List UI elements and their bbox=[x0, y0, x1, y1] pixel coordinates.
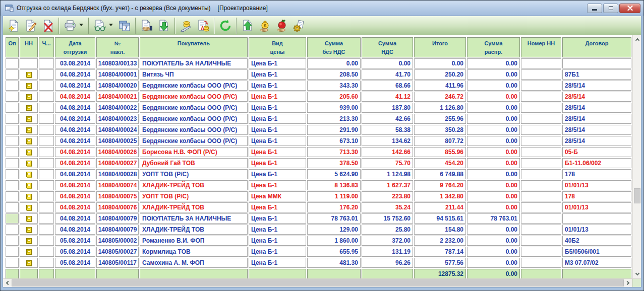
cell-nn[interactable] bbox=[20, 103, 38, 113]
close-button[interactable] bbox=[619, 4, 640, 13]
cell-distr[interactable]: 0.00 bbox=[467, 103, 520, 113]
cell-num[interactable]: 140804/00021 bbox=[96, 92, 139, 102]
cell-buyer[interactable]: Дубовий Гай ТОВ bbox=[140, 158, 248, 168]
cell-nn_num[interactable] bbox=[521, 247, 561, 257]
cell-contract[interactable]: 28/5/14 bbox=[562, 114, 631, 124]
cell-date[interactable]: 04.08.2014 bbox=[55, 114, 95, 124]
cell-nn[interactable] bbox=[20, 92, 38, 102]
column-header-num[interactable]: №накл. bbox=[96, 37, 139, 57]
refresh-button[interactable] bbox=[217, 18, 234, 34]
cell-nn[interactable] bbox=[20, 58, 38, 68]
cell-distr[interactable]: 0.00 bbox=[467, 58, 520, 68]
cell-no_vat[interactable]: 176.20 bbox=[307, 202, 361, 212]
cell-date[interactable]: 05.08.2014 bbox=[55, 247, 95, 257]
cell-nn[interactable] bbox=[20, 81, 38, 91]
scroll-right-button[interactable] bbox=[624, 279, 632, 287]
sort-sums-button[interactable]: A bbox=[195, 18, 212, 34]
cell-op[interactable] bbox=[6, 225, 19, 235]
cell-contract[interactable]: 40Б2 bbox=[562, 236, 631, 246]
cell-num[interactable]: 140804/00001 bbox=[96, 69, 139, 80]
cell-total[interactable]: 9 764.20 bbox=[414, 180, 466, 190]
cell-op[interactable] bbox=[6, 136, 19, 146]
cell-no_vat[interactable]: 378.50 bbox=[307, 158, 361, 168]
cell-nn_num[interactable] bbox=[521, 114, 561, 124]
payment-edit-button[interactable] bbox=[178, 18, 195, 34]
cell-op[interactable] bbox=[6, 92, 19, 102]
cell-nn_num[interactable] bbox=[521, 125, 561, 135]
cell-date[interactable]: 04.08.2014 bbox=[55, 158, 95, 168]
cell-distr[interactable]: 0.00 bbox=[467, 191, 520, 201]
cell-nn[interactable] bbox=[20, 180, 38, 190]
money-bag-button[interactable]: $ bbox=[256, 18, 273, 34]
new-document-button[interactable] bbox=[5, 18, 22, 34]
cell-nn_num[interactable] bbox=[521, 158, 561, 168]
cell-ch[interactable] bbox=[39, 169, 54, 179]
cell-total[interactable]: 787.14 bbox=[414, 247, 466, 257]
table-row[interactable]: 04.08.2014140804/00027Дубовий Гай ТОВЦен… bbox=[6, 158, 631, 168]
cell-no_vat[interactable]: 291.90 bbox=[307, 125, 361, 135]
cell-num[interactable]: 140804/00027 bbox=[96, 158, 139, 168]
cell-price[interactable]: Цена Б-1 bbox=[249, 58, 306, 68]
cell-distr[interactable]: 0.00 bbox=[467, 225, 520, 235]
cell-nn[interactable] bbox=[20, 191, 38, 201]
cell-price[interactable]: Цена Б-1 bbox=[249, 213, 306, 224]
cell-contract[interactable]: 01/01/13 bbox=[562, 180, 631, 190]
scroll-left-button[interactable] bbox=[3, 279, 12, 287]
calendar-7-button[interactable]: 7 bbox=[116, 18, 133, 34]
minimize-button[interactable] bbox=[587, 4, 602, 13]
cell-total[interactable]: 855.96 bbox=[414, 147, 466, 157]
cell-num[interactable]: 140804/00075 bbox=[96, 191, 139, 201]
cell-num[interactable]: 140804/00026 bbox=[96, 147, 139, 157]
cell-distr[interactable]: 0.00 bbox=[467, 169, 520, 179]
cell-contract[interactable]: Б1-11.06/002 bbox=[562, 158, 631, 168]
cell-total[interactable]: 1 342.80 bbox=[414, 191, 466, 201]
cell-date[interactable]: 04.08.2014 bbox=[55, 213, 95, 224]
cell-nn_num[interactable] bbox=[521, 103, 561, 113]
cell-vat[interactable]: 75.70 bbox=[362, 158, 413, 168]
cell-no_vat[interactable]: 343.30 bbox=[307, 81, 361, 91]
cell-nn_num[interactable] bbox=[521, 202, 561, 212]
cell-contract[interactable]: Б5/0506/001 bbox=[562, 247, 631, 257]
cell-op[interactable] bbox=[6, 258, 19, 268]
cell-total[interactable]: 350.28 bbox=[414, 125, 466, 135]
cell-ch[interactable] bbox=[39, 103, 54, 113]
cell-contract[interactable]: 87Б1 bbox=[562, 69, 631, 80]
cell-buyer[interactable]: Борисова Н.В. ФОП (Р/С) bbox=[140, 147, 248, 157]
cell-contract[interactable]: 28/5/14 bbox=[562, 81, 631, 91]
table-row[interactable]: 04.08.2014140804/00021Бердянские колбасы… bbox=[6, 92, 631, 102]
cell-num[interactable]: 140804/00028 bbox=[96, 169, 139, 179]
cell-no_vat[interactable]: 213.30 bbox=[307, 114, 361, 124]
cell-op[interactable] bbox=[6, 180, 19, 190]
cell-op[interactable] bbox=[6, 169, 19, 179]
cell-buyer[interactable]: Бердянские колбасы ООО (Р/С) bbox=[140, 114, 248, 124]
cell-vat[interactable]: 1 627.37 bbox=[362, 180, 413, 190]
column-header-price[interactable]: Видцены bbox=[249, 37, 306, 57]
cell-ch[interactable] bbox=[39, 202, 54, 212]
vertical-scrollbar[interactable] bbox=[632, 35, 641, 278]
cell-price[interactable]: Цена ММК bbox=[249, 191, 306, 201]
delete-document-button[interactable] bbox=[39, 18, 56, 34]
cell-no_vat[interactable]: 5 624.90 bbox=[307, 169, 361, 179]
cell-nn_num[interactable] bbox=[521, 69, 561, 80]
column-header-total[interactable]: Итого bbox=[414, 37, 466, 57]
cell-distr[interactable]: 0.00 bbox=[467, 69, 520, 80]
cell-price[interactable]: Цена Б-1 bbox=[249, 180, 306, 190]
cell-price[interactable]: Цена Б-1 bbox=[249, 69, 306, 80]
column-header-op[interactable]: Оп bbox=[6, 37, 19, 57]
cell-total[interactable]: 807.72 bbox=[414, 136, 466, 146]
cell-buyer[interactable]: Бердянские колбасы ООО (Р/С) bbox=[140, 81, 248, 91]
cell-nn[interactable] bbox=[20, 69, 38, 80]
cell-no_vat[interactable]: 208.50 bbox=[307, 69, 361, 80]
table-row[interactable]: 04.08.2014140804/00023Бердянские колбасы… bbox=[6, 114, 631, 124]
cell-vat[interactable]: 68.66 bbox=[362, 81, 413, 91]
cell-total[interactable]: 411.96 bbox=[414, 81, 466, 91]
cell-price[interactable]: Цена Б-1 bbox=[249, 158, 306, 168]
cell-total[interactable]: 6 749.88 bbox=[414, 169, 466, 179]
cell-contract[interactable]: 178 bbox=[562, 169, 631, 179]
cell-op[interactable] bbox=[6, 236, 19, 246]
cell-distr[interactable]: 0.00 bbox=[467, 247, 520, 257]
column-header-no_vat[interactable]: Суммабез НДС bbox=[307, 37, 361, 57]
cell-num[interactable]: 140804/00079 bbox=[96, 225, 139, 235]
cell-op[interactable] bbox=[6, 213, 19, 224]
cell-nn[interactable] bbox=[20, 247, 38, 257]
